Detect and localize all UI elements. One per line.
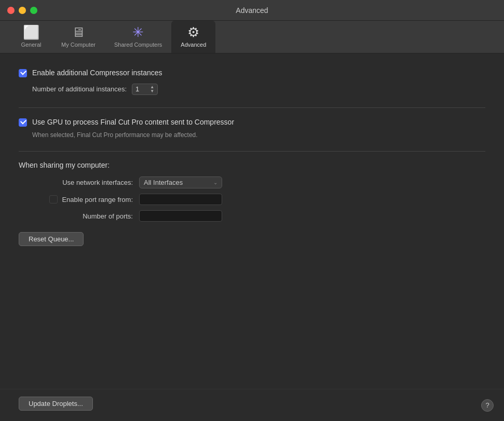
toolbar: General My Computer Shared Computers Adv…: [0, 21, 504, 53]
tab-sharedcomputers-label: Shared Computers: [114, 42, 162, 48]
title-bar: Advanced: [0, 0, 504, 21]
num-ports-row: Number of ports:: [24, 210, 485, 222]
reset-queue-row: Reset Queue...: [19, 232, 485, 249]
compressor-instances-section: Enable additional Compressor instances N…: [19, 68, 485, 95]
general-icon: [23, 25, 39, 39]
window-title: Advanced: [236, 6, 268, 15]
network-interfaces-dropdown[interactable]: All Interfaces ⌄: [139, 176, 222, 188]
network-interfaces-row: Use network interfaces: All Interfaces ⌄: [24, 176, 485, 188]
divider-1: [19, 107, 485, 108]
stepper-arrows: ▲ ▼: [150, 85, 154, 93]
network-interfaces-value: All Interfaces: [144, 179, 183, 186]
sharing-title: When sharing my computer:: [19, 161, 485, 169]
tab-advanced-label: Advanced: [181, 42, 206, 48]
gpu-section: Use GPU to process Final Cut Pro content…: [19, 117, 485, 139]
help-button[interactable]: ?: [481, 399, 494, 412]
tab-general-label: General: [21, 42, 41, 48]
maximize-button[interactable]: [30, 7, 37, 14]
tab-advanced[interactable]: Advanced: [171, 21, 215, 53]
tab-mycomputer[interactable]: My Computer: [52, 21, 105, 53]
port-range-input[interactable]: [139, 194, 222, 205]
gpu-checkbox[interactable]: [19, 118, 27, 127]
port-range-label: Enable port range from:: [62, 196, 133, 203]
num-ports-label: Number of ports:: [24, 212, 133, 220]
gpu-subtext: When selected, Final Cut Pro performance…: [32, 131, 485, 139]
advanced-icon: [187, 25, 199, 39]
compressor-instances-label: Enable additional Compressor instances: [32, 68, 162, 78]
stepper-down-icon[interactable]: ▼: [150, 89, 154, 93]
minimize-button[interactable]: [19, 7, 26, 14]
mycomputer-icon: [72, 25, 85, 39]
close-button[interactable]: [7, 7, 15, 14]
compressor-instances-checkbox[interactable]: [19, 69, 27, 77]
compressor-instances-row: Enable additional Compressor instances: [19, 68, 485, 78]
chevron-down-icon: ⌄: [213, 180, 217, 185]
gpu-label: Use GPU to process Final Cut Pro content…: [32, 117, 234, 128]
instances-stepper[interactable]: 1 ▲ ▼: [132, 84, 158, 95]
tab-general[interactable]: General: [10, 21, 52, 53]
port-range-checkbox[interactable]: [49, 195, 58, 203]
reset-queue-button[interactable]: Reset Queue...: [19, 232, 84, 246]
tab-mycomputer-label: My Computer: [61, 42, 96, 48]
sharing-section: When sharing my computer: Use network in…: [19, 161, 485, 222]
content-area: Enable additional Compressor instances N…: [0, 53, 504, 389]
network-interfaces-label: Use network interfaces:: [24, 179, 133, 186]
window-controls: [7, 7, 37, 14]
instances-value: 1: [135, 85, 139, 93]
gpu-checkbox-row: Use GPU to process Final Cut Pro content…: [19, 117, 485, 128]
update-droplets-button[interactable]: Update Droplets...: [19, 397, 93, 411]
num-ports-input[interactable]: [139, 210, 222, 222]
footer: Update Droplets... ?: [0, 389, 504, 421]
divider-2: [19, 151, 485, 152]
port-range-row: Enable port range from:: [24, 194, 485, 205]
instances-count-row: Number of additional instances: 1 ▲ ▼: [32, 84, 485, 95]
sharedcomputers-icon: [132, 25, 144, 39]
instances-count-label: Number of additional instances:: [32, 85, 127, 93]
tab-sharedcomputers[interactable]: Shared Computers: [105, 21, 171, 53]
